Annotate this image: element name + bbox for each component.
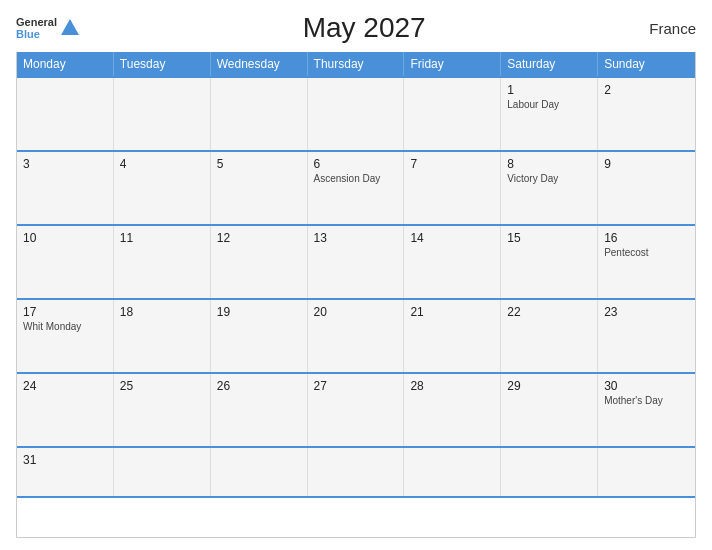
logo-text: General Blue xyxy=(16,16,57,40)
day-cell xyxy=(114,78,211,150)
page-title: May 2027 xyxy=(303,12,426,44)
page: General Blue May 2027 France MondayTuesd… xyxy=(0,0,712,550)
day-cell: 26 xyxy=(211,374,308,446)
week-row-6: 31 xyxy=(17,446,695,496)
day-number: 1 xyxy=(507,83,591,97)
day-cell: 8Victory Day xyxy=(501,152,598,224)
day-number: 10 xyxy=(23,231,107,245)
logo: General Blue xyxy=(16,16,79,40)
week-row-3: 10111213141516Pentecost xyxy=(17,224,695,298)
day-event: Labour Day xyxy=(507,99,591,110)
day-number: 11 xyxy=(120,231,204,245)
week-row-1: 1Labour Day2 xyxy=(17,76,695,150)
logo-general: General xyxy=(16,16,57,28)
calendar-bottom-border xyxy=(17,496,695,498)
day-number: 5 xyxy=(217,157,301,171)
day-number: 7 xyxy=(410,157,494,171)
day-number: 21 xyxy=(410,305,494,319)
day-number: 22 xyxy=(507,305,591,319)
day-event: Pentecost xyxy=(604,247,689,258)
day-cell: 29 xyxy=(501,374,598,446)
week-row-4: 17Whit Monday181920212223 xyxy=(17,298,695,372)
day-number: 24 xyxy=(23,379,107,393)
calendar: MondayTuesdayWednesdayThursdayFridaySatu… xyxy=(16,52,696,538)
day-number: 16 xyxy=(604,231,689,245)
day-event: Victory Day xyxy=(507,173,591,184)
day-cell: 28 xyxy=(404,374,501,446)
day-cell: 17Whit Monday xyxy=(17,300,114,372)
day-cell: 14 xyxy=(404,226,501,298)
day-number: 13 xyxy=(314,231,398,245)
day-cell: 7 xyxy=(404,152,501,224)
col-header-monday: Monday xyxy=(17,52,114,76)
day-cell: 15 xyxy=(501,226,598,298)
day-cell: 21 xyxy=(404,300,501,372)
day-cell: 30Mother's Day xyxy=(598,374,695,446)
day-number: 6 xyxy=(314,157,398,171)
day-cell: 13 xyxy=(308,226,405,298)
day-cell: 24 xyxy=(17,374,114,446)
day-number: 25 xyxy=(120,379,204,393)
day-cell: 20 xyxy=(308,300,405,372)
day-cell: 12 xyxy=(211,226,308,298)
day-cell xyxy=(598,448,695,496)
day-cell: 31 xyxy=(17,448,114,496)
col-header-friday: Friday xyxy=(404,52,501,76)
col-header-tuesday: Tuesday xyxy=(114,52,211,76)
day-cell: 4 xyxy=(114,152,211,224)
day-number: 28 xyxy=(410,379,494,393)
country-label: France xyxy=(649,20,696,37)
day-number: 29 xyxy=(507,379,591,393)
header: General Blue May 2027 France xyxy=(16,12,696,44)
day-cell: 9 xyxy=(598,152,695,224)
day-number: 30 xyxy=(604,379,689,393)
day-event: Whit Monday xyxy=(23,321,107,332)
day-cell xyxy=(501,448,598,496)
day-number: 15 xyxy=(507,231,591,245)
day-number: 20 xyxy=(314,305,398,319)
day-cell: 11 xyxy=(114,226,211,298)
day-cell: 18 xyxy=(114,300,211,372)
day-cell: 1Labour Day xyxy=(501,78,598,150)
day-number: 18 xyxy=(120,305,204,319)
day-number: 14 xyxy=(410,231,494,245)
day-event: Mother's Day xyxy=(604,395,689,406)
day-cell xyxy=(17,78,114,150)
day-number: 19 xyxy=(217,305,301,319)
day-number: 27 xyxy=(314,379,398,393)
logo-triangle-icon xyxy=(61,19,79,35)
day-number: 12 xyxy=(217,231,301,245)
day-cell xyxy=(211,78,308,150)
day-number: 26 xyxy=(217,379,301,393)
day-number: 8 xyxy=(507,157,591,171)
day-number: 17 xyxy=(23,305,107,319)
calendar-header-row: MondayTuesdayWednesdayThursdayFridaySatu… xyxy=(17,52,695,76)
day-cell: 3 xyxy=(17,152,114,224)
col-header-thursday: Thursday xyxy=(308,52,405,76)
day-cell: 6Ascension Day xyxy=(308,152,405,224)
day-cell: 22 xyxy=(501,300,598,372)
col-header-sunday: Sunday xyxy=(598,52,695,76)
day-cell xyxy=(308,78,405,150)
logo-blue: Blue xyxy=(16,28,57,40)
week-row-5: 24252627282930Mother's Day xyxy=(17,372,695,446)
day-cell xyxy=(404,448,501,496)
week-row-2: 3456Ascension Day78Victory Day9 xyxy=(17,150,695,224)
day-cell: 2 xyxy=(598,78,695,150)
day-number: 9 xyxy=(604,157,689,171)
day-event: Ascension Day xyxy=(314,173,398,184)
col-header-saturday: Saturday xyxy=(501,52,598,76)
day-cell xyxy=(211,448,308,496)
day-cell: 5 xyxy=(211,152,308,224)
day-number: 31 xyxy=(23,453,107,467)
day-cell: 25 xyxy=(114,374,211,446)
day-number: 3 xyxy=(23,157,107,171)
day-cell: 10 xyxy=(17,226,114,298)
day-number: 4 xyxy=(120,157,204,171)
day-cell: 19 xyxy=(211,300,308,372)
col-header-wednesday: Wednesday xyxy=(211,52,308,76)
day-cell: 16Pentecost xyxy=(598,226,695,298)
day-cell xyxy=(114,448,211,496)
day-cell: 27 xyxy=(308,374,405,446)
day-number: 2 xyxy=(604,83,689,97)
